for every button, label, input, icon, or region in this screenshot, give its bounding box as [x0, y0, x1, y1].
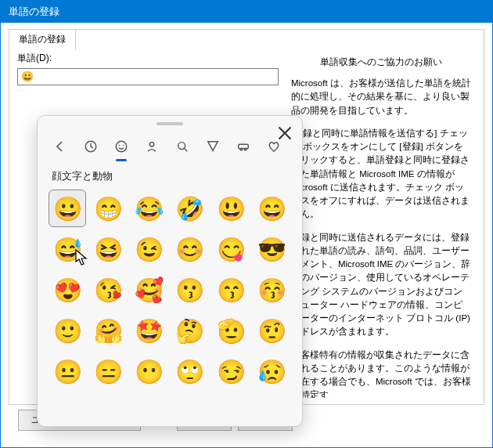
picker-section-title: 顔文字と動物 [38, 158, 302, 190]
svg-point-8 [244, 148, 246, 150]
picker-drag-handle[interactable] [157, 122, 183, 125]
smiley-tab-icon[interactable] [110, 135, 133, 158]
emoji-cell[interactable]: 😆 [89, 230, 127, 268]
emoji-cell[interactable]: 😘 [89, 271, 127, 309]
emoji-grid: 😀😁😂🤣😃😄😅😆😉😊😋😎😍😘🥰😗😙😚🙂🤗🤩🤔🫡🤨😐😑😶🙄😏😥 [49, 190, 291, 390]
tab-label: 単語の登録 [19, 34, 66, 45]
emoji-cell[interactable]: 🥰 [131, 271, 168, 309]
svg-rect-6 [239, 144, 249, 148]
emoji-picker-popup: 顔文字と動物 😀😁😂🤣😃😄😅😆😉😊😋😎😍😘🥰😗😙😚🙂🤗🤩🤔🫡🤨😐😑😶🙄😏😥 [37, 115, 303, 427]
emoji-cell[interactable]: 😁 [89, 190, 127, 227]
emoji-cell[interactable]: 😀 [49, 190, 86, 227]
emoji-cell[interactable]: 😋 [212, 230, 250, 268]
emoji-cell[interactable]: 😎 [254, 230, 291, 268]
emoji-cell[interactable]: 🤔 [171, 312, 209, 349]
word-input-value: 😀 [21, 70, 34, 82]
emoji-cell[interactable]: 🫡 [212, 312, 250, 349]
svg-point-7 [240, 148, 243, 150]
right-p2: [登録と同時に単語情報を送信する] チェック ボックスをオンにして [登録] ボ… [291, 127, 471, 222]
svg-point-5 [178, 143, 185, 150]
picker-tabs [38, 128, 302, 158]
emoji-cell[interactable]: 😐 [49, 352, 86, 390]
heart-tab-icon[interactable] [262, 135, 286, 158]
food-tab-icon[interactable] [201, 135, 225, 158]
svg-point-2 [119, 145, 121, 146]
emoji-cell[interactable]: 🙂 [49, 312, 86, 349]
emoji-cell[interactable]: 🤣 [171, 190, 209, 227]
svg-point-1 [116, 141, 127, 152]
people-tab-icon[interactable] [140, 135, 164, 158]
emoji-cell[interactable]: 😍 [49, 271, 86, 309]
emoji-cell[interactable]: 😑 [89, 352, 127, 390]
emoji-cell[interactable]: 😂 [131, 190, 168, 227]
emoji-cell[interactable]: 😃 [212, 190, 250, 227]
word-register-window: 単語の登録 単語の登録 単語(D): 😀 単語収集へのご協力のお願い Micro… [0, 0, 493, 448]
emoji-cell[interactable]: 🤩 [131, 312, 168, 349]
emoji-cell[interactable]: 🤨 [254, 312, 291, 349]
window-titlebar: 単語の登録 [1, 1, 492, 23]
right-p3: 登録と同時に送信されるデータには、登録された単語の読み、語句、品詞、ユーザー コ… [291, 231, 471, 339]
right-p1: Microsoft は、お客様が送信した単語を統計的に処理し、その結果を基に、よ… [291, 77, 471, 117]
svg-point-3 [123, 145, 124, 146]
emoji-cell[interactable]: 😗 [171, 271, 209, 309]
right-title: 単語収集へのご協力のお願い [291, 55, 471, 69]
recent-tab-icon[interactable] [79, 135, 103, 158]
word-label: 単語(D): [17, 52, 279, 65]
emoji-cell[interactable]: 😏 [212, 352, 250, 390]
client-area: 単語の登録 単語(D): 😀 単語収集へのご協力のお願い Microsoft は… [1, 23, 492, 447]
emoji-cell[interactable]: 🤗 [89, 312, 127, 349]
tab-word-register[interactable]: 単語の登録 [9, 29, 76, 50]
emoji-cell[interactable]: 😶 [131, 352, 168, 390]
search-icon[interactable] [171, 135, 194, 158]
emoji-cell[interactable]: 😉 [131, 230, 168, 268]
emoji-cell[interactable]: 😚 [254, 271, 291, 309]
back-icon[interactable] [49, 135, 72, 158]
right-column: 単語収集へのご協力のお願い Microsoft は、お客様が送信した単語を統計的… [286, 52, 476, 398]
emoji-cell[interactable]: 😥 [254, 352, 291, 390]
emoji-scroll[interactable]: 😀😁😂🤣😃😄😅😆😉😊😋😎😍😘🥰😗😙😚🙂🤗🤩🤔🫡🤨😐😑😶🙄😏😥 [38, 190, 302, 426]
emoji-cell[interactable]: 🙄 [171, 352, 209, 390]
svg-point-4 [149, 143, 153, 146]
emoji-cell[interactable]: 😄 [254, 190, 291, 227]
right-p4: お客様特有の情報が収集されたデータに含まれることがあります。このような情報が存在… [291, 349, 471, 399]
transport-tab-icon[interactable] [232, 135, 255, 158]
emoji-cell[interactable]: 😅 [49, 230, 86, 268]
window-title: 単語の登録 [9, 5, 59, 17]
word-input[interactable]: 😀 [17, 68, 279, 85]
emoji-cell[interactable]: 😊 [171, 230, 209, 268]
emoji-cell[interactable]: 😙 [212, 271, 250, 309]
